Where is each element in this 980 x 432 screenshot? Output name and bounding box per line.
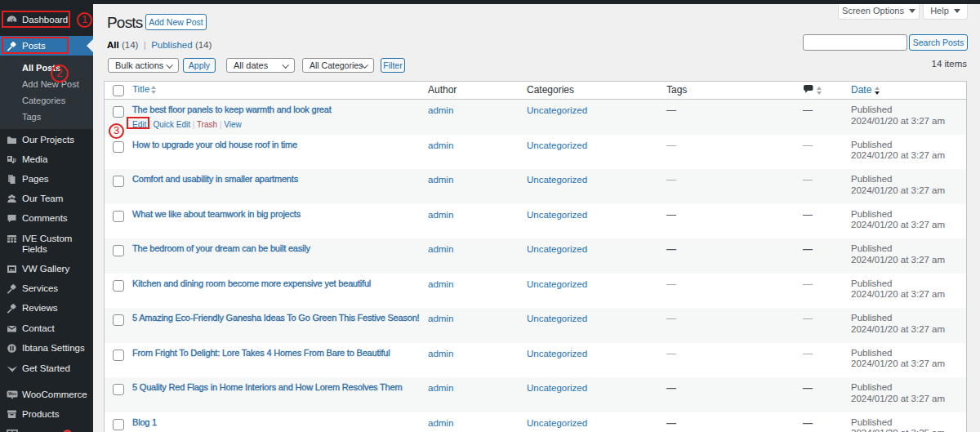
svg-text:Woo: Woo xyxy=(8,392,16,396)
